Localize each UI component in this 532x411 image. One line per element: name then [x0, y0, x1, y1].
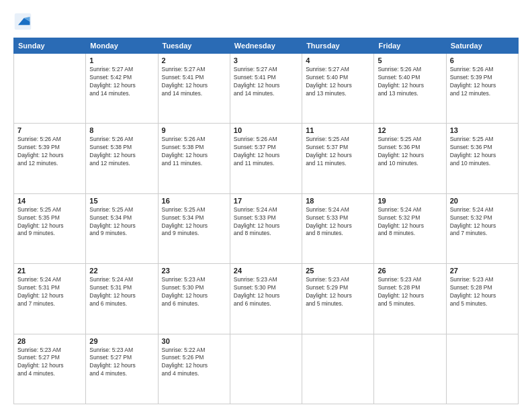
day-info: Sunrise: 5:23 AM Sunset: 5:29 PM Dayligh…	[306, 276, 370, 308]
calendar-cell: 16Sunrise: 5:25 AM Sunset: 5:34 PM Dayli…	[158, 193, 230, 263]
day-info: Sunrise: 5:23 AM Sunset: 5:28 PM Dayligh…	[378, 276, 442, 308]
calendar-cell: 13Sunrise: 5:25 AM Sunset: 5:36 PM Dayli…	[446, 124, 518, 193]
day-header-monday: Monday	[86, 38, 158, 54]
day-info: Sunrise: 5:27 AM Sunset: 5:40 PM Dayligh…	[306, 66, 370, 98]
day-header-saturday: Saturday	[446, 38, 518, 54]
day-info: Sunrise: 5:25 AM Sunset: 5:35 PM Dayligh…	[17, 206, 82, 238]
logo-icon	[13, 12, 32, 31]
calendar-cell: 25Sunrise: 5:23 AM Sunset: 5:29 PM Dayli…	[302, 264, 374, 334]
day-info: Sunrise: 5:26 AM Sunset: 5:38 PM Dayligh…	[89, 136, 154, 168]
calendar-cell: 26Sunrise: 5:23 AM Sunset: 5:28 PM Dayli…	[374, 264, 446, 334]
day-number: 27	[450, 267, 515, 275]
day-number: 5	[378, 56, 442, 64]
calendar-cell: 11Sunrise: 5:25 AM Sunset: 5:37 PM Dayli…	[302, 124, 374, 193]
day-number: 7	[17, 126, 82, 134]
day-info: Sunrise: 5:22 AM Sunset: 5:26 PM Dayligh…	[162, 347, 226, 379]
calendar-cell	[302, 334, 374, 404]
calendar-cell: 20Sunrise: 5:24 AM Sunset: 5:32 PM Dayli…	[446, 193, 518, 263]
day-info: Sunrise: 5:26 AM Sunset: 5:37 PM Dayligh…	[234, 136, 298, 168]
day-info: Sunrise: 5:26 AM Sunset: 5:38 PM Dayligh…	[162, 136, 226, 168]
day-number: 16	[162, 197, 226, 205]
calendar-cell: 17Sunrise: 5:24 AM Sunset: 5:33 PM Dayli…	[230, 193, 302, 263]
calendar-cell: 18Sunrise: 5:24 AM Sunset: 5:33 PM Dayli…	[302, 193, 374, 263]
day-number: 24	[234, 267, 298, 275]
day-number: 11	[306, 126, 370, 134]
day-number: 22	[89, 267, 154, 275]
day-info: Sunrise: 5:24 AM Sunset: 5:31 PM Dayligh…	[89, 276, 154, 308]
day-number: 10	[234, 126, 298, 134]
day-info: Sunrise: 5:25 AM Sunset: 5:36 PM Dayligh…	[450, 136, 515, 168]
day-info: Sunrise: 5:26 AM Sunset: 5:40 PM Dayligh…	[378, 66, 442, 98]
calendar-cell: 10Sunrise: 5:26 AM Sunset: 5:37 PM Dayli…	[230, 124, 302, 193]
week-row-3: 14Sunrise: 5:25 AM Sunset: 5:35 PM Dayli…	[14, 193, 519, 263]
day-number: 13	[450, 126, 515, 134]
calendar-cell: 29Sunrise: 5:23 AM Sunset: 5:27 PM Dayli…	[86, 334, 158, 404]
logo	[13, 12, 35, 31]
day-number: 6	[450, 56, 515, 64]
calendar-cell: 22Sunrise: 5:24 AM Sunset: 5:31 PM Dayli…	[86, 264, 158, 334]
day-info: Sunrise: 5:27 AM Sunset: 5:41 PM Dayligh…	[162, 66, 226, 98]
calendar-cell: 12Sunrise: 5:25 AM Sunset: 5:36 PM Dayli…	[374, 124, 446, 193]
calendar-cell	[230, 334, 302, 404]
day-info: Sunrise: 5:23 AM Sunset: 5:28 PM Dayligh…	[450, 276, 515, 308]
day-info: Sunrise: 5:25 AM Sunset: 5:36 PM Dayligh…	[378, 136, 442, 168]
day-number: 3	[234, 56, 298, 64]
calendar-cell: 15Sunrise: 5:25 AM Sunset: 5:34 PM Dayli…	[86, 193, 158, 263]
day-info: Sunrise: 5:24 AM Sunset: 5:33 PM Dayligh…	[234, 206, 298, 238]
calendar-cell: 1Sunrise: 5:27 AM Sunset: 5:42 PM Daylig…	[86, 54, 158, 124]
calendar-cell: 4Sunrise: 5:27 AM Sunset: 5:40 PM Daylig…	[302, 54, 374, 124]
calendar-cell	[374, 334, 446, 404]
day-number: 4	[306, 56, 370, 64]
day-info: Sunrise: 5:27 AM Sunset: 5:41 PM Dayligh…	[234, 66, 298, 98]
week-row-4: 21Sunrise: 5:24 AM Sunset: 5:31 PM Dayli…	[14, 264, 519, 334]
day-info: Sunrise: 5:24 AM Sunset: 5:32 PM Dayligh…	[450, 206, 515, 238]
day-number: 29	[89, 337, 154, 345]
calendar-cell: 2Sunrise: 5:27 AM Sunset: 5:41 PM Daylig…	[158, 54, 230, 124]
day-number: 23	[162, 267, 226, 275]
day-info: Sunrise: 5:25 AM Sunset: 5:37 PM Dayligh…	[306, 136, 370, 168]
day-number: 2	[162, 56, 226, 64]
day-number: 30	[162, 337, 226, 345]
day-info: Sunrise: 5:27 AM Sunset: 5:42 PM Dayligh…	[89, 66, 154, 98]
calendar-cell: 24Sunrise: 5:23 AM Sunset: 5:30 PM Dayli…	[230, 264, 302, 334]
day-number: 28	[17, 337, 82, 345]
day-number: 12	[378, 126, 442, 134]
calendar-cell: 30Sunrise: 5:22 AM Sunset: 5:26 PM Dayli…	[158, 334, 230, 404]
header	[13, 12, 519, 31]
calendar-cell: 14Sunrise: 5:25 AM Sunset: 5:35 PM Dayli…	[14, 193, 86, 263]
day-number: 1	[89, 56, 154, 64]
day-number: 26	[378, 267, 442, 275]
day-number: 14	[17, 197, 82, 205]
day-number: 20	[450, 197, 515, 205]
day-info: Sunrise: 5:25 AM Sunset: 5:34 PM Dayligh…	[162, 206, 226, 238]
week-row-5: 28Sunrise: 5:23 AM Sunset: 5:27 PM Dayli…	[14, 334, 519, 404]
day-number: 17	[234, 197, 298, 205]
calendar-table: SundayMondayTuesdayWednesdayThursdayFrid…	[13, 38, 519, 404]
day-info: Sunrise: 5:24 AM Sunset: 5:33 PM Dayligh…	[306, 206, 370, 238]
day-header-wednesday: Wednesday	[230, 38, 302, 54]
calendar-cell: 28Sunrise: 5:23 AM Sunset: 5:27 PM Dayli…	[14, 334, 86, 404]
day-header-thursday: Thursday	[302, 38, 374, 54]
day-info: Sunrise: 5:23 AM Sunset: 5:30 PM Dayligh…	[234, 276, 298, 308]
day-info: Sunrise: 5:23 AM Sunset: 5:30 PM Dayligh…	[162, 276, 226, 308]
day-header-sunday: Sunday	[14, 38, 86, 54]
day-number: 18	[306, 197, 370, 205]
calendar-cell: 6Sunrise: 5:26 AM Sunset: 5:39 PM Daylig…	[446, 54, 518, 124]
calendar-cell: 5Sunrise: 5:26 AM Sunset: 5:40 PM Daylig…	[374, 54, 446, 124]
day-number: 25	[306, 267, 370, 275]
day-header-tuesday: Tuesday	[158, 38, 230, 54]
day-number: 9	[162, 126, 226, 134]
calendar-cell: 8Sunrise: 5:26 AM Sunset: 5:38 PM Daylig…	[86, 124, 158, 193]
day-header-friday: Friday	[374, 38, 446, 54]
calendar-cell	[446, 334, 518, 404]
calendar-cell: 19Sunrise: 5:24 AM Sunset: 5:32 PM Dayli…	[374, 193, 446, 263]
calendar-cell: 27Sunrise: 5:23 AM Sunset: 5:28 PM Dayli…	[446, 264, 518, 334]
day-info: Sunrise: 5:23 AM Sunset: 5:27 PM Dayligh…	[89, 347, 154, 379]
calendar-cell	[14, 54, 86, 124]
week-row-1: 1Sunrise: 5:27 AM Sunset: 5:42 PM Daylig…	[14, 54, 519, 124]
calendar-cell: 23Sunrise: 5:23 AM Sunset: 5:30 PM Dayli…	[158, 264, 230, 334]
day-info: Sunrise: 5:23 AM Sunset: 5:27 PM Dayligh…	[17, 347, 82, 379]
day-info: Sunrise: 5:25 AM Sunset: 5:34 PM Dayligh…	[89, 206, 154, 238]
day-info: Sunrise: 5:26 AM Sunset: 5:39 PM Dayligh…	[17, 136, 82, 168]
day-number: 15	[89, 197, 154, 205]
